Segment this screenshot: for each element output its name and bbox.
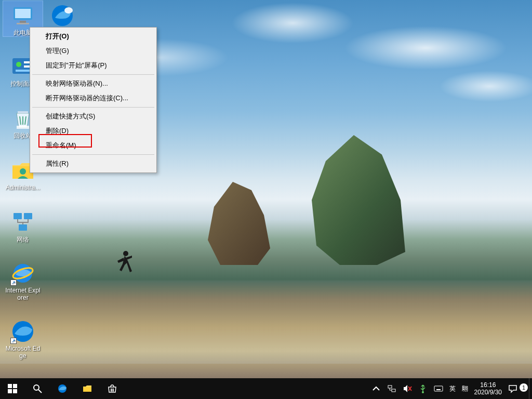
ime-lang-label: 英: [449, 384, 456, 393]
icon-label: Internet Explorer: [3, 287, 43, 301]
taskbar: 英 翢 16:16 2020/9/30 1: [0, 378, 532, 399]
ime-mode-label: 翢: [462, 384, 468, 393]
tray-badge-area[interactable]: 1: [521, 378, 529, 399]
svg-rect-13: [17, 126, 29, 129]
svg-point-36: [422, 391, 424, 393]
edge-icon: [58, 384, 67, 393]
svg-rect-33: [392, 389, 395, 392]
svg-rect-37: [434, 386, 443, 391]
chevron-up-icon: [371, 384, 381, 393]
menu-item-create-shortcut[interactable]: 创建快捷方式(S): [31, 109, 155, 124]
menu-item-disconnect-drive[interactable]: 断开网络驱动器的连接(C)...: [31, 91, 155, 105]
menu-separator: [32, 107, 154, 108]
search-button[interactable]: [25, 378, 50, 399]
svg-rect-17: [19, 224, 27, 231]
tray-overflow[interactable]: [368, 378, 384, 399]
svg-rect-24: [13, 389, 17, 393]
keyboard-icon: [434, 384, 443, 393]
internet-explorer-icon[interactable]: ↗ Internet Explorer: [3, 259, 43, 301]
icon-label: 网络: [3, 236, 43, 243]
store-icon: [108, 384, 117, 393]
tray-action-center[interactable]: [505, 378, 521, 399]
tray-clock[interactable]: 16:16 2020/9/30: [471, 378, 505, 399]
svg-rect-4: [17, 23, 29, 24]
network-glyph: [10, 210, 35, 235]
svg-line-26: [38, 390, 42, 393]
notification-icon: [508, 384, 517, 393]
svg-rect-16: [24, 213, 32, 219]
computer-icon: [10, 3, 35, 28]
svg-rect-22: [13, 384, 17, 388]
svg-rect-31: [113, 390, 114, 392]
svg-rect-21: [8, 384, 12, 388]
menu-separator: [32, 74, 154, 75]
svg-rect-28: [111, 389, 112, 390]
menu-item-manage[interactable]: 管理(G): [31, 44, 155, 58]
icon-label: Microsoft Edge: [3, 345, 43, 360]
usb-icon: [418, 384, 428, 393]
svg-rect-15: [14, 213, 22, 219]
menu-item-map-drive[interactable]: 映射网络驱动器(N)...: [31, 76, 155, 91]
svg-rect-29: [113, 389, 114, 390]
folder-icon: [83, 384, 92, 393]
menu-separator: [32, 154, 154, 155]
context-menu: 打开(O) 管理(G) 固定到"开始"屏幕(P) 映射网络驱动器(N)... 断…: [30, 27, 157, 173]
notification-badge: 1: [520, 383, 528, 392]
clock-time: 16:16: [474, 381, 502, 389]
svg-rect-11: [16, 70, 30, 72]
svg-point-25: [34, 385, 39, 390]
windows-logo-icon: [8, 384, 17, 393]
svg-rect-32: [388, 385, 392, 388]
tray-touch-keyboard[interactable]: [431, 378, 446, 399]
svg-point-6: [64, 7, 73, 14]
desktop[interactable]: 此电脑 控制面板 回收站 Administra...: [0, 0, 532, 399]
menu-item-properties[interactable]: 属性(R): [31, 156, 155, 171]
search-icon: [33, 384, 42, 393]
icon-label: Administra...: [3, 184, 43, 191]
shortcut-overlay-icon: ↗: [10, 338, 17, 344]
svg-rect-3: [20, 21, 26, 23]
taskbar-store[interactable]: [100, 378, 125, 399]
tray-ime-lang[interactable]: 英: [446, 378, 459, 399]
tray-volume[interactable]: [400, 378, 415, 399]
start-button[interactable]: [0, 378, 25, 399]
volume-muted-icon: [403, 384, 412, 393]
menu-item-open[interactable]: 打开(O): [31, 29, 155, 44]
clock-date: 2020/9/30: [474, 389, 502, 396]
svg-rect-23: [8, 389, 12, 393]
network-icon[interactable]: 网络: [3, 208, 43, 243]
tray-safely-remove[interactable]: [415, 378, 431, 399]
tray-network[interactable]: [384, 378, 400, 399]
svg-rect-12: [18, 111, 28, 113]
taskbar-file-explorer[interactable]: [75, 378, 100, 399]
microsoft-edge-icon[interactable]: ↗ Microsoft Edge: [3, 317, 43, 360]
svg-point-8: [16, 62, 21, 67]
svg-point-14: [20, 168, 26, 175]
taskbar-edge[interactable]: [50, 378, 75, 399]
svg-rect-30: [111, 390, 112, 392]
show-desktop-button[interactable]: [529, 378, 532, 399]
shortcut-overlay-icon: ↗: [10, 280, 17, 286]
tray-ime-mode[interactable]: 翢: [459, 378, 471, 399]
menu-item-delete[interactable]: 删除(D): [31, 124, 155, 138]
svg-rect-2: [15, 9, 31, 18]
system-tray: 英 翢 16:16 2020/9/30 1: [368, 378, 532, 399]
edge-icon: [50, 3, 75, 28]
edge-shortcut-top[interactable]: [43, 1, 82, 29]
menu-item-pin-start[interactable]: 固定到"开始"屏幕(P): [31, 58, 155, 73]
menu-item-rename[interactable]: 重命名(M): [31, 138, 155, 153]
network-tray-icon: [387, 384, 396, 393]
